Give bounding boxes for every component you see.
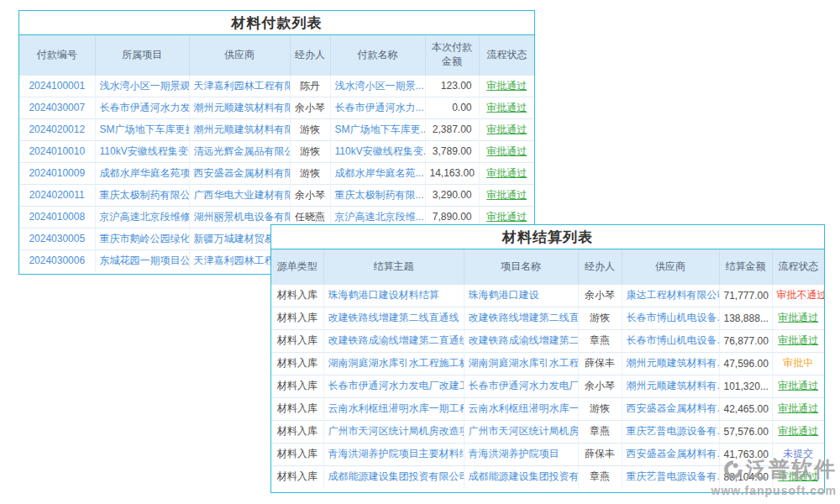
subject-link[interactable]: 长春市伊通河水力发电厂改建工程...: [323, 375, 464, 397]
subject-link[interactable]: 湖南洞庭湖水库引水工程施工标材...: [323, 352, 464, 375]
supplier-link[interactable]: 天津嘉利园林工程有限...: [189, 75, 290, 97]
payment-id-link[interactable]: 2024010010: [19, 140, 95, 162]
supplier-link[interactable]: 潮州元顺建筑材料有...: [622, 352, 719, 375]
handler-name: 游恢: [578, 307, 622, 329]
supplier-link[interactable]: 西安盛器金属材料有...: [622, 443, 719, 465]
column-header-status: 流程状态: [479, 35, 534, 75]
payment-table-header-row: 付款编号所属项目供应商经办人付款名称本次付款金额流程状态: [19, 35, 534, 75]
source-type: 材料入库: [271, 284, 323, 307]
column-header-supplier: 供应商: [622, 249, 719, 284]
project-link[interactable]: 京沪高速北京段维修: [95, 206, 189, 228]
project-link[interactable]: 浅水湾小区一期景观提...: [95, 75, 189, 97]
settlement-window-title: 材料结算列表: [271, 225, 824, 249]
subject-link[interactable]: 青海洪湖养护院项目主要材料结算: [323, 443, 464, 465]
subject-link[interactable]: 改建铁路成渝线增建第二直通线（...: [323, 329, 464, 352]
status-link[interactable]: 审批通过: [479, 75, 534, 97]
supplier-link[interactable]: 长春市博山机电设备...: [622, 329, 719, 352]
source-type: 材料入库: [271, 443, 323, 465]
supplier-link[interactable]: 长春市博山机电设备...: [622, 307, 719, 329]
status-link[interactable]: 审批通过: [772, 420, 824, 443]
handler-name: 薛保丰: [578, 352, 622, 375]
subject-link[interactable]: 改建铁路线增建第二线直通线（成...: [323, 307, 464, 329]
status-link[interactable]: 审批通过: [772, 375, 824, 397]
column-header-payment-name: 付款名称: [330, 35, 425, 75]
table-row: 2024020011重庆太极制药有限公司...广西华电大业建材有限...余小琴重…: [19, 184, 534, 206]
supplier-link[interactable]: 西安盛器金属材料有限...: [189, 162, 290, 184]
project-link[interactable]: 改建铁路成渝线增建第二...: [464, 329, 578, 352]
payment-name-link[interactable]: 长春市伊通河水力...: [330, 97, 425, 118]
settlement-list-window: 材料结算列表 源单类型结算主题项目名称经办人供应商结算金额流程状态 材料入库珠海…: [270, 224, 825, 493]
status-link[interactable]: 审批通过: [479, 118, 534, 140]
status-link[interactable]: 审批通过: [479, 162, 534, 184]
column-header-handler: 经办人: [290, 35, 330, 75]
settlement-amount: 47,596.00: [719, 352, 772, 375]
handler-name: 游恢: [290, 118, 330, 140]
project-link[interactable]: 珠海鹤港口建设: [464, 284, 578, 307]
supplier-link[interactable]: 潮州元顺建筑材料有...: [622, 375, 719, 397]
project-link[interactable]: 长春市伊通河水力发电厂...: [464, 375, 578, 397]
project-link[interactable]: 青海洪湖养护院项目: [464, 443, 578, 465]
table-row: 材料入库长春市伊通河水力发电厂改建工程...长春市伊通河水力发电厂...余小琴潮…: [271, 375, 824, 397]
payment-amount: 0.00: [425, 97, 479, 118]
payment-amount: 3,290.00: [425, 184, 479, 206]
payment-id-link[interactable]: 2024030007: [19, 97, 95, 118]
supplier-link[interactable]: 西安盛器金属材料有...: [622, 397, 719, 420]
supplier-link[interactable]: 重庆艺普电源设备有...: [622, 465, 719, 488]
project-link[interactable]: 成都能源建设集团投资有...: [464, 465, 578, 488]
payment-name-link[interactable]: 浅水湾小区一期景...: [330, 75, 425, 97]
project-link[interactable]: SM广场地下车库更换摄...: [95, 118, 189, 140]
project-link[interactable]: 110kV安徽线程集变开断...: [95, 140, 189, 162]
project-link[interactable]: 云南水利枢纽潜明水库一...: [464, 397, 578, 420]
payment-id-link[interactable]: 2024030006: [19, 249, 95, 271]
subject-link[interactable]: 云南水利枢纽潜明水库一期工程施...: [323, 397, 464, 420]
status-link[interactable]: 审批不通过: [772, 284, 824, 307]
status-link[interactable]: 审批通过: [479, 140, 534, 162]
supplier-link[interactable]: 广西华电大业建材有限...: [189, 184, 290, 206]
payment-name-link[interactable]: 重庆太极制药有限...: [330, 184, 425, 206]
project-link[interactable]: 东城花园一期项目公寓...: [95, 249, 189, 271]
supplier-link[interactable]: 潮州元顺建筑材料有限...: [189, 97, 290, 118]
settlement-amount: 101,320...: [719, 375, 772, 397]
project-link[interactable]: 重庆太极制药有限公司...: [95, 184, 189, 206]
project-link[interactable]: 改建铁路线增建第二线直...: [464, 307, 578, 329]
column-header-id: 付款编号: [19, 35, 95, 75]
status-link[interactable]: 审批通过: [479, 184, 534, 206]
payment-id-link[interactable]: 2024030005: [19, 228, 95, 249]
supplier-link[interactable]: 清远光辉金属品有限公司: [189, 140, 290, 162]
subject-link[interactable]: 珠海鹤港口建设材料结算: [323, 284, 464, 307]
project-link[interactable]: 重庆市鹅岭公园绿化景...: [95, 228, 189, 249]
settlement-amount: 57,576.00: [719, 420, 772, 443]
handler-name: 余小琴: [578, 284, 622, 307]
supplier-link[interactable]: 潮州元顺建筑材料有限...: [189, 118, 290, 140]
status-link[interactable]: 审批通过: [772, 397, 824, 420]
payment-id-link[interactable]: 2024020011: [19, 184, 95, 206]
payment-id-link[interactable]: 2024010009: [19, 162, 95, 184]
payment-id-link[interactable]: 2024100001: [19, 75, 95, 97]
source-type: 材料入库: [271, 329, 323, 352]
project-link[interactable]: 湖南洞庭湖水库引水工程...: [464, 352, 578, 375]
supplier-link[interactable]: 康达工程材料有限公司: [622, 284, 719, 307]
project-link[interactable]: 成都水岸华庭名苑项目...: [95, 162, 189, 184]
payment-amount: 3,789.00: [425, 140, 479, 162]
source-type: 材料入库: [271, 465, 323, 488]
status-link[interactable]: 审批通过: [772, 307, 824, 329]
payment-name-link[interactable]: 110kV安徽线程集变...: [330, 140, 425, 162]
payment-window-title: 材料付款列表: [19, 11, 534, 35]
supplier-link[interactable]: 重庆艺普电源设备有...: [622, 420, 719, 443]
project-link[interactable]: 长春市伊通河水力发电...: [95, 97, 189, 118]
subject-link[interactable]: 成都能源建设集团投资有限公司临...: [323, 465, 464, 488]
payment-name-link[interactable]: SM广场地下车库更...: [330, 118, 425, 140]
payment-id-link[interactable]: 2024010008: [19, 206, 95, 228]
source-type: 材料入库: [271, 420, 323, 443]
payment-id-link[interactable]: 2024020012: [19, 118, 95, 140]
status-link[interactable]: 审批通过: [772, 329, 824, 352]
settlement-amount: 138,888...: [719, 307, 772, 329]
status-link[interactable]: 审批中: [772, 352, 824, 375]
payment-name-link[interactable]: 成都水岸华庭名苑...: [330, 162, 425, 184]
table-row: 材料入库改建铁路成渝线增建第二直通线（...改建铁路成渝线增建第二...章燕长春…: [271, 329, 824, 352]
project-link[interactable]: 广州市天河区统计局机房...: [464, 420, 578, 443]
settlement-amount: 42,465.00: [719, 397, 772, 420]
source-type: 材料入库: [271, 352, 323, 375]
status-link[interactable]: 审批通过: [479, 97, 534, 118]
subject-link[interactable]: 广州市天河区统计局机房改造项目...: [323, 420, 464, 443]
